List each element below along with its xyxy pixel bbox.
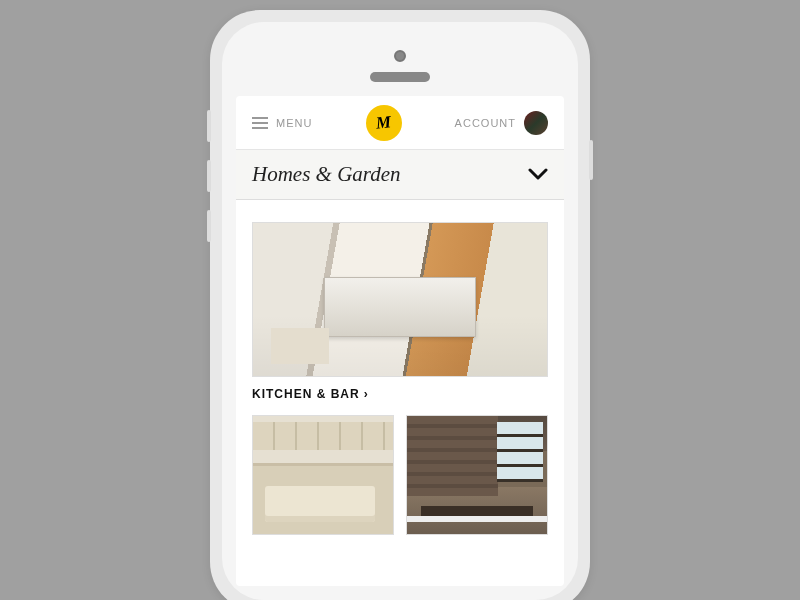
phone-inner: MENU M ACCOUNT Homes & Garden [222,22,578,600]
phone-speaker [370,72,430,82]
section-link-label: KITCHEN & BAR [252,387,360,401]
app-header: MENU M ACCOUNT [236,96,564,150]
account-button[interactable]: ACCOUNT [455,111,548,135]
brand-logo-text: M [375,112,392,133]
phone-side-buttons-left [207,110,211,242]
brand-logo[interactable]: M [366,105,402,141]
chevron-down-icon [528,166,548,184]
phone-camera [394,50,406,62]
app-screen: MENU M ACCOUNT Homes & Garden [236,96,564,586]
menu-label: MENU [276,117,312,129]
thumbnail-row [252,415,548,535]
window-detail [497,422,543,482]
thumbnail-living-room[interactable] [252,415,394,535]
avatar [524,111,548,135]
phone-top [236,36,564,96]
menu-button[interactable]: MENU [252,117,312,129]
phone-side-button-right [589,140,593,180]
hero-image-kitchen[interactable] [252,222,548,377]
hamburger-icon [252,117,268,129]
phone-frame: MENU M ACCOUNT Homes & Garden [210,10,590,600]
account-label: ACCOUNT [455,117,516,129]
chevron-right-icon: › [364,387,369,401]
category-title: Homes & Garden [252,162,401,187]
thumbnail-dining-room[interactable] [406,415,548,535]
section-link-kitchen-bar[interactable]: KITCHEN & BAR › [252,387,548,401]
content-area: KITCHEN & BAR › [236,200,564,535]
category-dropdown[interactable]: Homes & Garden [236,150,564,200]
